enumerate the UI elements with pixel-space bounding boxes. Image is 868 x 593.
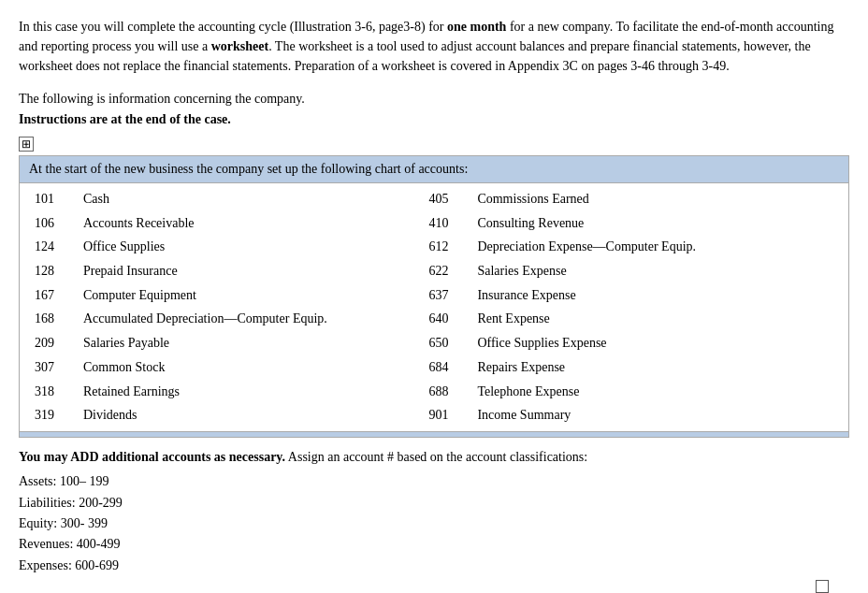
table-row: 106 Accounts Receivable 410 Consulting R… (29, 211, 839, 236)
account-number-right: 410 (423, 211, 471, 236)
chart-footer (20, 431, 848, 437)
account-number-left: 307 (29, 355, 78, 380)
bottom-checkbox[interactable] (816, 580, 829, 593)
account-number-right: 637 (423, 283, 471, 308)
table-row: 124 Office Supplies 612 Depreciation Exp… (29, 235, 839, 259)
table-row: 128 Prepaid Insurance 622 Salaries Expen… (29, 259, 839, 283)
account-number-left: 124 (29, 235, 78, 259)
classification-revenues: Revenues: 400-499 (19, 534, 849, 555)
account-name-left: Dividends (78, 403, 423, 427)
accounts-table: 101 Cash 405 Commissions Earned 106 Acco… (29, 187, 839, 427)
account-name-left: Common Stock (78, 355, 423, 380)
account-number-right: 612 (423, 235, 471, 259)
chart-section: At the start of the new business the com… (19, 155, 849, 438)
table-row: 318 Retained Earnings 688 Telephone Expe… (29, 380, 839, 404)
classification-assets: Assets: 100– 199 (19, 471, 849, 492)
account-name-left: Accounts Receivable (78, 211, 423, 236)
account-number-right: 622 (423, 259, 471, 283)
account-number-right: 405 (423, 187, 471, 211)
account-number-left: 209 (29, 331, 78, 355)
account-name-right: Rent Expense (471, 307, 839, 331)
account-name-right: Insurance Expense (471, 283, 839, 308)
account-number-left: 168 (29, 307, 78, 331)
account-name-right: Commissions Earned (471, 187, 839, 211)
table-row: 101 Cash 405 Commissions Earned (29, 187, 839, 211)
account-number-right: 684 (423, 355, 471, 380)
account-number-left: 128 (29, 259, 78, 283)
table-row: 319 Dividends 901 Income Summary (29, 403, 839, 427)
account-number-right: 901 (423, 403, 471, 427)
table-row: 167 Computer Equipment 637 Insurance Exp… (29, 283, 839, 308)
account-name-left: Office Supplies (78, 235, 423, 259)
following-text: The following is information concerning … (19, 89, 849, 108)
account-name-right: Income Summary (471, 403, 839, 427)
instructions-text: Instructions are at the end of the case. (19, 112, 849, 127)
account-name-left: Retained Earnings (78, 380, 423, 404)
chart-header: At the start of the new business the com… (20, 156, 848, 183)
page-container: In this case you will complete the accou… (19, 17, 849, 593)
expand-icon[interactable]: ⊞ (19, 137, 34, 152)
add-accounts-text: You may ADD additional accounts as neces… (19, 447, 849, 468)
classification-liabilities: Liabilities: 200-299 (19, 493, 849, 513)
account-number-left: 319 (29, 403, 78, 427)
classification-equity: Equity: 300- 399 (19, 513, 849, 534)
classification-expenses: Expenses: 600-699 (19, 556, 849, 576)
account-name-left: Prepaid Insurance (78, 259, 423, 283)
table-row: 168 Accumulated Depreciation—Computer Eq… (29, 307, 839, 331)
account-name-right: Depreciation Expense—Computer Equip. (471, 235, 839, 259)
account-name-left: Salaries Payable (78, 331, 423, 355)
account-number-left: 106 (29, 211, 78, 236)
account-name-right: Salaries Expense (471, 259, 839, 283)
account-name-left: Cash (78, 187, 423, 211)
account-name-right: Repairs Expense (471, 355, 839, 380)
account-number-left: 167 (29, 283, 78, 308)
table-row: 209 Salaries Payable 650 Office Supplies… (29, 331, 839, 355)
account-number-right: 640 (423, 307, 471, 331)
classifications-section: Assets: 100– 199 Liabilities: 200-299 Eq… (19, 471, 849, 576)
account-number-left: 101 (29, 187, 78, 211)
accounts-wrapper: 101 Cash 405 Commissions Earned 106 Acco… (20, 183, 848, 431)
table-row: 307 Common Stock 684 Repairs Expense (29, 355, 839, 380)
account-name-left: Accumulated Depreciation—Computer Equip. (78, 307, 423, 331)
intro-paragraph: In this case you will complete the accou… (19, 17, 842, 76)
account-name-right: Telephone Expense (471, 380, 839, 404)
account-name-right: Office Supplies Expense (471, 331, 839, 355)
account-name-right: Consulting Revenue (471, 211, 839, 236)
account-name-left: Computer Equipment (78, 283, 423, 308)
account-number-left: 318 (29, 380, 78, 404)
account-number-right: 650 (423, 331, 471, 355)
account-number-right: 688 (423, 380, 471, 404)
